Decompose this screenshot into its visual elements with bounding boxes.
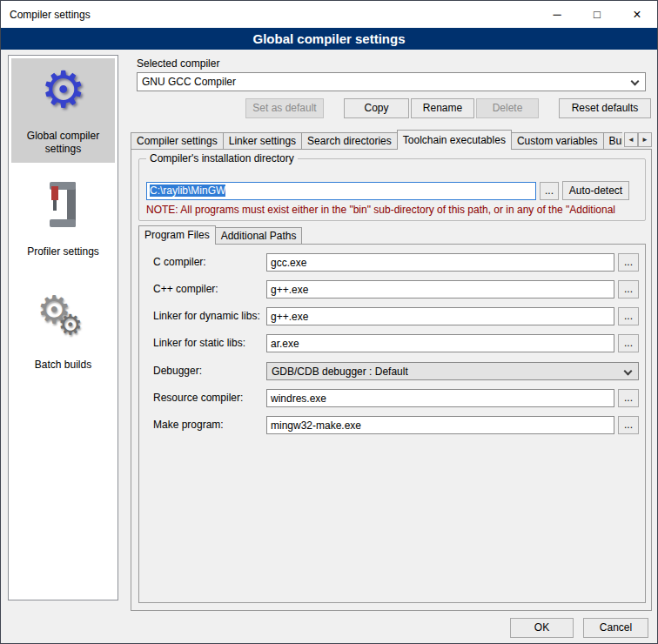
button-label: ... bbox=[624, 283, 633, 295]
browse-button[interactable]: ... bbox=[618, 253, 639, 272]
button-label: ... bbox=[624, 419, 633, 431]
gray-gears-icon: ⚙⚙ bbox=[36, 291, 91, 346]
window-controls: ─ □ × bbox=[537, 1, 657, 28]
titlebar: Compiler settings ─ □ × bbox=[1, 1, 657, 28]
settings-tabstrip: Compiler settingsLinker settingsSearch d… bbox=[131, 130, 652, 150]
tab-label: Linker settings bbox=[229, 135, 296, 147]
linker-static-input[interactable] bbox=[266, 334, 614, 352]
sidebar-item-label: Profiler settings bbox=[27, 245, 99, 258]
tab-label: Custom variables bbox=[517, 135, 598, 147]
tab-scroll-controls: ◄► bbox=[622, 132, 652, 147]
button-label: Copy bbox=[364, 102, 388, 114]
set-as-default-button[interactable]: Set as default bbox=[245, 98, 324, 118]
button-label: OK bbox=[534, 621, 549, 634]
button-label: Set as default bbox=[252, 102, 316, 114]
tab-search-directories[interactable]: Search directories bbox=[301, 132, 398, 150]
chevron-down-icon bbox=[631, 77, 640, 86]
button-label: Cancel bbox=[600, 621, 632, 634]
form-row-debugger: Debugger: GDB/CDB debugger : Default bbox=[139, 362, 645, 381]
tab-label: Program Files bbox=[144, 229, 210, 241]
tab-additional-paths[interactable]: Additional Paths bbox=[215, 227, 303, 245]
sidebar-item-batch-builds[interactable]: ⚙⚙ Batch builds bbox=[11, 287, 115, 379]
chevron-down-icon bbox=[624, 367, 633, 376]
selected-compiler-dropdown[interactable]: GNU GCC Compiler bbox=[137, 72, 646, 91]
sidebar-item-label: Global compiler settings bbox=[13, 130, 113, 156]
button-label: ... bbox=[624, 392, 633, 404]
field-label: Resource compiler: bbox=[153, 392, 243, 404]
minimize-button[interactable]: ─ bbox=[537, 1, 577, 28]
maximize-button[interactable]: □ bbox=[577, 1, 617, 28]
form-row-cpp-compiler: C++ compiler: ... bbox=[139, 280, 645, 299]
selected-compiler-value: GNU GCC Compiler bbox=[142, 76, 236, 88]
cancel-button[interactable]: Cancel bbox=[583, 618, 648, 638]
browse-button[interactable]: ... bbox=[618, 416, 639, 434]
make-program-input[interactable] bbox=[266, 416, 614, 434]
copy-button[interactable]: Copy bbox=[344, 98, 409, 118]
program-files-panel: C compiler: ... C++ compiler: ... Linker… bbox=[138, 244, 646, 603]
button-label: ... bbox=[545, 184, 554, 197]
program-files-tabstrip: Program FilesAdditional Paths bbox=[138, 225, 301, 245]
reset-defaults-button[interactable]: Reset defaults bbox=[559, 98, 651, 118]
tab-custom-variables[interactable]: Custom variables bbox=[511, 132, 604, 150]
window-title: Compiler settings bbox=[1, 9, 91, 21]
sidebar-item-profiler-settings[interactable]: Profiler settings bbox=[11, 174, 115, 265]
field-label: Debugger: bbox=[153, 365, 202, 377]
browse-directory-button[interactable]: ... bbox=[540, 182, 559, 200]
cpp-compiler-input[interactable] bbox=[266, 280, 614, 299]
form-row-linker-static: Linker for static libs: ... bbox=[139, 334, 645, 353]
tab-label: Toolchain executables bbox=[403, 134, 506, 146]
button-label: ... bbox=[624, 256, 633, 268]
button-label: Delete bbox=[493, 102, 523, 114]
page-title: Global compiler settings bbox=[1, 28, 657, 50]
close-button[interactable]: × bbox=[617, 1, 657, 28]
delete-button[interactable]: Delete bbox=[476, 98, 539, 118]
field-label: Linker for static libs: bbox=[153, 337, 245, 349]
tab-scroll-right-icon[interactable]: ► bbox=[638, 132, 652, 147]
bin-subdirectory-note: NOTE: All programs must exist either in … bbox=[146, 204, 644, 216]
tab-compiler-settings[interactable]: Compiler settings bbox=[131, 132, 224, 150]
form-row-linker-dynamic: Linker for dynamic libs: ... bbox=[139, 307, 645, 326]
sidebar-item-label: Batch builds bbox=[35, 359, 91, 372]
ok-button[interactable]: OK bbox=[510, 618, 574, 638]
form-row-c-compiler: C compiler: ... bbox=[139, 253, 645, 272]
sidebar-item-global-compiler-settings[interactable]: ⚙ Global compiler settings bbox=[11, 58, 115, 163]
tab-scroll-left-icon[interactable]: ◄ bbox=[624, 132, 638, 147]
installation-directory-input[interactable]: C:\raylib\MinGW bbox=[146, 182, 536, 200]
toolchain-executables-panel: Compiler's installation directory C:\ray… bbox=[131, 149, 652, 611]
field-label: C compiler: bbox=[153, 256, 206, 268]
button-label: ... bbox=[624, 337, 633, 349]
c-compiler-input[interactable] bbox=[266, 253, 614, 272]
tab-label: Search directories bbox=[307, 135, 392, 147]
tab-program-files[interactable]: Program Files bbox=[138, 225, 216, 245]
installation-directory-group: Compiler's installation directory C:\ray… bbox=[138, 158, 646, 221]
field-label: Linker for dynamic libs: bbox=[153, 310, 260, 322]
debugger-value: GDB/CDB debugger : Default bbox=[272, 366, 408, 378]
auto-detect-button[interactable]: Auto-detect bbox=[562, 181, 629, 200]
button-label: Rename bbox=[423, 102, 462, 114]
maximize-icon: □ bbox=[594, 8, 601, 21]
button-label: ... bbox=[624, 310, 633, 322]
field-label: C++ compiler: bbox=[153, 283, 218, 295]
tab-linker-settings[interactable]: Linker settings bbox=[223, 132, 302, 150]
clamp-icon bbox=[36, 178, 91, 233]
debugger-dropdown[interactable]: GDB/CDB debugger : Default bbox=[266, 362, 639, 380]
installation-directory-group-title: Compiler's installation directory bbox=[146, 152, 298, 164]
close-icon: × bbox=[633, 7, 641, 23]
settings-category-sidebar: ⚙ Global compiler settings Profiler sett… bbox=[8, 55, 118, 600]
installation-directory-value: C:\raylib\MinGW bbox=[150, 184, 225, 197]
resource-compiler-input[interactable] bbox=[266, 389, 614, 407]
form-row-make-program: Make program: ... bbox=[139, 416, 645, 435]
browse-button[interactable]: ... bbox=[618, 334, 639, 352]
button-label: Reset defaults bbox=[572, 102, 639, 114]
tab-label: Additional Paths bbox=[221, 230, 297, 242]
rename-button[interactable]: Rename bbox=[411, 98, 474, 118]
browse-button[interactable]: ... bbox=[618, 280, 639, 299]
linker-dynamic-input[interactable] bbox=[266, 307, 614, 325]
button-label: Auto-detect bbox=[569, 184, 622, 197]
form-row-resource-compiler: Resource compiler: ... bbox=[139, 389, 645, 408]
browse-button[interactable]: ... bbox=[618, 389, 639, 407]
browse-button[interactable]: ... bbox=[618, 307, 639, 325]
selected-compiler-label: Selected compiler bbox=[137, 57, 219, 70]
tab-toolchain-executables[interactable]: Toolchain executables bbox=[397, 130, 512, 150]
tab-label: Compiler settings bbox=[137, 135, 218, 147]
